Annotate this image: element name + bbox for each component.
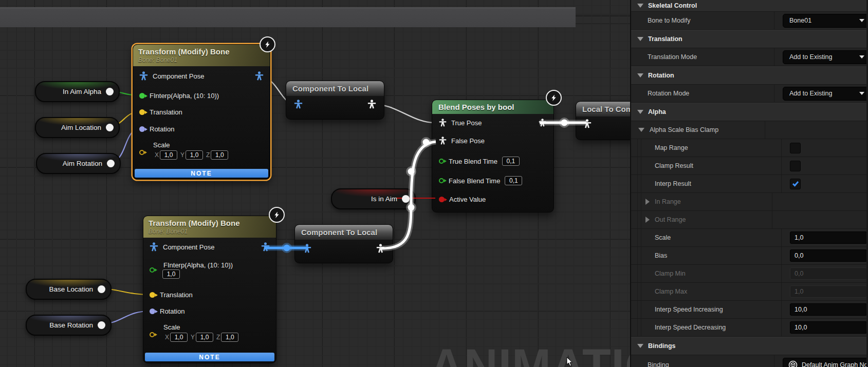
rotation-input-pin[interactable]	[150, 308, 155, 314]
rotation-mode-dropdown[interactable]: Add to Existing	[783, 87, 868, 101]
pin-label: Active Value	[449, 196, 486, 203]
alpha-input-pin[interactable]	[139, 93, 145, 99]
node-header[interactable]: Blend Poses by bool	[432, 100, 553, 114]
variable-pill-aim-rotation[interactable]: Aim Rotation	[36, 153, 121, 174]
interp-speed-decreasing-input[interactable]: 10,0	[790, 321, 867, 334]
clamp-result-checkbox[interactable]	[790, 161, 801, 171]
row-alpha-scale-bias-clamp[interactable]: Alpha Scale Bias Clamp	[631, 121, 868, 139]
property-label: Bone to Modify	[648, 17, 690, 24]
pin-label: False Pose	[451, 137, 485, 145]
bias-input[interactable]: 0,0	[790, 249, 867, 262]
scale-x-input[interactable]: 1,0	[160, 150, 177, 160]
node-transform-modify-bone-top[interactable]: Transform (Modify) Bone Bone: Bone01 Com…	[133, 44, 270, 180]
local-pose-output-pin-icon[interactable]	[376, 244, 385, 253]
bone-to-modify-dropdown[interactable]: Bone01	[783, 14, 868, 28]
bool-output-pin[interactable]	[402, 195, 410, 203]
fast-path-lightning-icon	[260, 36, 275, 52]
component-pose-pin-icon[interactable]	[294, 100, 303, 109]
pill-label: Aim Rotation	[63, 160, 102, 167]
pin-label: Translation	[150, 108, 182, 116]
node-component-to-local-top[interactable]: Component To Local	[286, 81, 384, 120]
translation-mode-dropdown[interactable]: Add to Existing	[783, 50, 868, 64]
component-pose-pin-icon[interactable]	[150, 242, 158, 252]
note-bar[interactable]: NOTE	[135, 169, 268, 178]
row-out-range: Out Range	[631, 211, 868, 229]
comment-box-bar[interactable]	[0, 7, 576, 27]
local-pose-pin-icon[interactable]	[583, 119, 592, 128]
collapse-arrow-icon[interactable]	[638, 128, 644, 132]
true-pose-pin-icon[interactable]	[439, 119, 447, 127]
scale-y-input[interactable]: 1,0	[186, 150, 203, 160]
pose-output-pin-icon[interactable]	[261, 242, 270, 252]
pose-output-pin-icon[interactable]	[255, 71, 264, 81]
note-bar[interactable]: NOTE	[145, 353, 274, 361]
node-component-to-local-bottom[interactable]: Component To Local	[294, 224, 393, 263]
node-header[interactable]: Transform (Modify) Bone Bone: Bone01	[143, 216, 276, 238]
rotator-output-pin[interactable]	[98, 321, 105, 329]
active-value-pin[interactable]	[439, 197, 445, 202]
section-header-translation[interactable]: Translation	[631, 30, 868, 48]
section-header-skeletal-control[interactable]: Skeletal Control	[631, 0, 868, 12]
rotation-input-pin[interactable]	[139, 126, 145, 132]
component-pose-pin-icon[interactable]	[303, 244, 311, 253]
animgraph-canvas[interactable]: ANIMATION In Aim Alpha Aim Location Aim …	[0, 0, 630, 367]
component-pose-pin-icon[interactable]	[139, 71, 148, 81]
vector-output-pin[interactable]	[106, 124, 114, 131]
variable-pill-in-aim-alpha[interactable]: In Aim Alpha	[35, 81, 120, 102]
interp-result-checkbox[interactable]	[790, 179, 801, 189]
node-header[interactable]: Component To Local	[295, 225, 393, 240]
scale-input-pin[interactable]	[150, 332, 155, 337]
variable-pill-aim-location[interactable]: Aim Location	[35, 117, 120, 138]
node-title: Blend Poses by bool	[438, 103, 547, 111]
scale-z-input[interactable]: 1,0	[211, 150, 228, 160]
row-interp-speed-decreasing: Interp Speed Decreasing 10,0	[631, 319, 868, 337]
node-local-to-component[interactable]: Local To Comp	[576, 101, 630, 140]
node-transform-modify-bone-bottom[interactable]: Transform (Modify) Bone Bone: Bone01 Com…	[143, 216, 276, 363]
property-label: Alpha Scale Bias Clamp	[650, 126, 718, 133]
section-header-rotation[interactable]: Rotation	[631, 66, 868, 85]
scale-input-pin[interactable]	[139, 150, 144, 155]
property-label: Bias	[655, 252, 667, 259]
translation-input-pin[interactable]	[150, 292, 155, 298]
pose-output-pin-icon[interactable]	[539, 119, 546, 127]
binding-button[interactable]: Default Anim Graph Node	[783, 358, 868, 367]
false-blend-time-input[interactable]: 0,1	[505, 176, 522, 185]
axis-y-label: Y	[180, 151, 184, 159]
variable-pill-base-location[interactable]: Base Location	[26, 279, 112, 300]
true-blend-time-input[interactable]: 0,1	[502, 157, 520, 166]
section-header-bindings[interactable]: Bindings	[631, 337, 868, 355]
collapse-arrow-icon	[637, 4, 643, 8]
expand-arrow-icon[interactable]	[645, 199, 650, 205]
property-label: Translation Mode	[648, 53, 697, 61]
rotator-output-pin[interactable]	[107, 160, 115, 167]
scale-input[interactable]: 1,0	[790, 231, 867, 244]
scale-x-input[interactable]: 1,0	[170, 333, 188, 342]
scale-z-input[interactable]: 1,0	[221, 333, 238, 342]
section-header-alpha[interactable]: Alpha	[631, 103, 868, 121]
interp-speed-increasing-input[interactable]: 10,0	[790, 303, 867, 316]
scale-y-input[interactable]: 1,0	[196, 333, 213, 342]
variable-pill-base-rotation[interactable]: Base Rotation	[26, 315, 112, 336]
vector-output-pin[interactable]	[98, 285, 105, 293]
collapse-arrow-icon	[637, 110, 643, 114]
local-pose-output-pin-icon[interactable]	[367, 100, 376, 109]
variable-pill-is-in-aim[interactable]: Is in Aim	[331, 188, 416, 209]
map-range-checkbox[interactable]	[790, 143, 801, 153]
translation-input-pin[interactable]	[139, 109, 145, 115]
expand-arrow-icon[interactable]	[645, 217, 650, 223]
property-label: Clamp Max	[655, 288, 687, 295]
alpha-input-pin[interactable]	[150, 267, 155, 273]
collapse-arrow-icon	[637, 37, 643, 41]
chevron-down-icon	[859, 55, 864, 59]
node-blend-poses-by-bool[interactable]: Blend Poses by bool True Pose False Pose…	[432, 100, 554, 213]
alpha-value-input[interactable]: 1,0	[162, 269, 180, 279]
node-subtitle: Bone: Bone01	[138, 56, 265, 64]
node-header[interactable]: Component To Local	[286, 81, 384, 96]
node-header[interactable]: Local To Comp	[576, 102, 630, 117]
row-in-range: In Range	[631, 193, 868, 211]
node-header[interactable]: Transform (Modify) Bone Bone: Bone01	[133, 45, 270, 66]
true-blend-time-pin[interactable]	[439, 159, 444, 164]
false-blend-time-pin[interactable]	[439, 178, 444, 183]
float-output-pin[interactable]	[106, 88, 114, 95]
false-pose-pin-icon[interactable]	[439, 137, 447, 145]
